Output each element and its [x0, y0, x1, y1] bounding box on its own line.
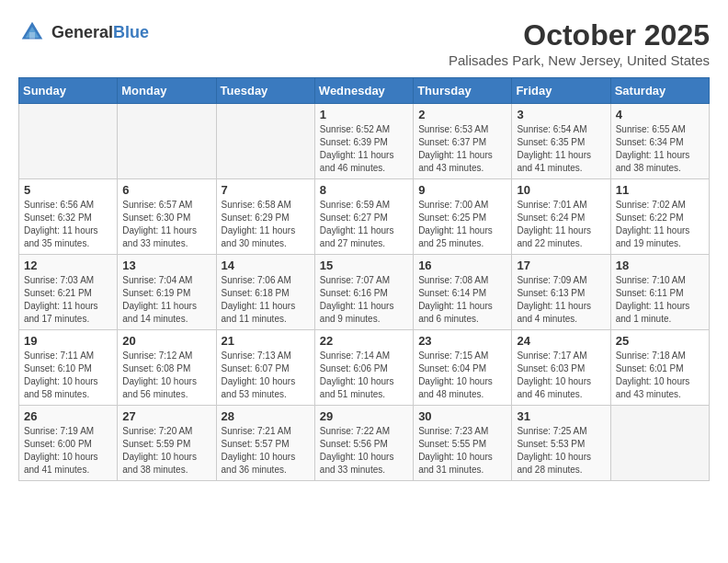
week-row-4: 26Sunrise: 7:19 AM Sunset: 6:00 PM Dayli… [19, 406, 710, 481]
day-number: 19 [24, 334, 112, 348]
week-row-0: 1Sunrise: 6:52 AM Sunset: 6:39 PM Daylig… [19, 104, 710, 179]
calendar-cell: 8Sunrise: 6:59 AM Sunset: 6:27 PM Daylig… [314, 179, 413, 255]
calendar-cell: 12Sunrise: 7:03 AM Sunset: 6:21 PM Dayli… [19, 255, 118, 330]
day-number: 11 [616, 183, 704, 197]
day-info: Sunrise: 7:02 AM Sunset: 6:22 PM Dayligh… [616, 199, 704, 250]
calendar-table: SundayMondayTuesdayWednesdayThursdayFrid… [18, 77, 710, 481]
calendar-cell [216, 104, 314, 179]
calendar-cell: 28Sunrise: 7:21 AM Sunset: 5:57 PM Dayli… [216, 406, 314, 481]
day-info: Sunrise: 6:53 AM Sunset: 6:37 PM Dayligh… [418, 123, 506, 175]
calendar-cell: 3Sunrise: 6:54 AM Sunset: 6:35 PM Daylig… [512, 104, 610, 179]
day-number: 30 [418, 409, 506, 423]
calendar-cell: 22Sunrise: 7:14 AM Sunset: 6:06 PM Dayli… [314, 330, 413, 406]
day-info: Sunrise: 7:20 AM Sunset: 5:59 PM Dayligh… [122, 425, 210, 477]
day-info: Sunrise: 7:12 AM Sunset: 6:08 PM Dayligh… [122, 350, 210, 401]
title-section: October 2025 Palisades Park, New Jersey,… [449, 18, 710, 68]
calendar-cell [19, 104, 118, 179]
day-number: 31 [517, 409, 605, 423]
weekday-header-thursday: Thursday [414, 78, 512, 104]
day-info: Sunrise: 7:14 AM Sunset: 6:06 PM Dayligh… [320, 350, 408, 401]
day-info: Sunrise: 6:54 AM Sunset: 6:35 PM Dayligh… [517, 123, 605, 175]
calendar-cell: 4Sunrise: 6:55 AM Sunset: 6:34 PM Daylig… [610, 104, 709, 179]
calendar-cell: 5Sunrise: 6:56 AM Sunset: 6:32 PM Daylig… [19, 179, 118, 255]
calendar-cell: 30Sunrise: 7:23 AM Sunset: 5:55 PM Dayli… [414, 406, 512, 481]
calendar-cell [118, 104, 216, 179]
weekday-header-wednesday: Wednesday [314, 78, 413, 104]
day-number: 21 [222, 334, 310, 348]
calendar-cell: 14Sunrise: 7:06 AM Sunset: 6:18 PM Dayli… [216, 255, 314, 330]
day-info: Sunrise: 7:07 AM Sunset: 6:16 PM Dayligh… [320, 274, 408, 326]
day-info: Sunrise: 7:03 AM Sunset: 6:21 PM Dayligh… [24, 274, 112, 326]
calendar-cell: 1Sunrise: 6:52 AM Sunset: 6:39 PM Daylig… [314, 104, 413, 179]
day-number: 28 [222, 409, 310, 423]
day-info: Sunrise: 7:19 AM Sunset: 6:00 PM Dayligh… [24, 425, 112, 477]
calendar-cell: 24Sunrise: 7:17 AM Sunset: 6:03 PM Dayli… [512, 330, 610, 406]
calendar-cell: 27Sunrise: 7:20 AM Sunset: 5:59 PM Dayli… [118, 406, 216, 481]
day-number: 15 [320, 259, 408, 272]
weekday-header-friday: Friday [512, 78, 610, 104]
day-number: 10 [517, 183, 605, 197]
day-info: Sunrise: 7:21 AM Sunset: 5:57 PM Dayligh… [222, 425, 310, 477]
calendar-cell: 7Sunrise: 6:58 AM Sunset: 6:29 PM Daylig… [216, 179, 314, 255]
calendar-cell: 21Sunrise: 7:13 AM Sunset: 6:07 PM Dayli… [216, 330, 314, 406]
weekday-header-saturday: Saturday [610, 78, 709, 104]
day-info: Sunrise: 7:15 AM Sunset: 6:04 PM Dayligh… [418, 350, 506, 401]
week-row-3: 19Sunrise: 7:11 AM Sunset: 6:10 PM Dayli… [19, 330, 710, 406]
day-info: Sunrise: 7:18 AM Sunset: 6:01 PM Dayligh… [616, 350, 704, 401]
week-row-1: 5Sunrise: 6:56 AM Sunset: 6:32 PM Daylig… [19, 179, 710, 255]
weekday-header-tuesday: Tuesday [216, 78, 314, 104]
day-info: Sunrise: 7:23 AM Sunset: 5:55 PM Dayligh… [418, 425, 506, 477]
day-info: Sunrise: 6:52 AM Sunset: 6:39 PM Dayligh… [320, 123, 408, 175]
calendar-cell: 11Sunrise: 7:02 AM Sunset: 6:22 PM Dayli… [610, 179, 709, 255]
month-title: October 2025 [449, 18, 710, 52]
day-number: 7 [222, 183, 310, 197]
logo-text-blue: Blue [113, 23, 149, 41]
calendar-cell: 25Sunrise: 7:18 AM Sunset: 6:01 PM Dayli… [610, 330, 709, 406]
day-info: Sunrise: 7:08 AM Sunset: 6:14 PM Dayligh… [418, 274, 506, 326]
weekday-header-sunday: Sunday [19, 78, 118, 104]
day-info: Sunrise: 7:25 AM Sunset: 5:53 PM Dayligh… [517, 425, 605, 477]
day-number: 4 [616, 108, 704, 121]
calendar-cell: 15Sunrise: 7:07 AM Sunset: 6:16 PM Dayli… [314, 255, 413, 330]
calendar-cell: 6Sunrise: 6:57 AM Sunset: 6:30 PM Daylig… [118, 179, 216, 255]
day-info: Sunrise: 7:09 AM Sunset: 6:13 PM Dayligh… [517, 274, 605, 326]
day-info: Sunrise: 7:01 AM Sunset: 6:24 PM Dayligh… [517, 199, 605, 250]
location-title: Palisades Park, New Jersey, United State… [449, 52, 710, 68]
weekday-header-row: SundayMondayTuesdayWednesdayThursdayFrid… [19, 78, 710, 104]
day-number: 20 [122, 334, 210, 348]
day-info: Sunrise: 6:58 AM Sunset: 6:29 PM Dayligh… [222, 199, 310, 250]
day-number: 25 [616, 334, 704, 348]
calendar-cell: 13Sunrise: 7:04 AM Sunset: 6:19 PM Dayli… [118, 255, 216, 330]
day-info: Sunrise: 7:22 AM Sunset: 5:56 PM Dayligh… [320, 425, 408, 477]
calendar-cell: 31Sunrise: 7:25 AM Sunset: 5:53 PM Dayli… [512, 406, 610, 481]
day-number: 26 [24, 409, 112, 423]
week-row-2: 12Sunrise: 7:03 AM Sunset: 6:21 PM Dayli… [19, 255, 710, 330]
logo-text-general: General [51, 23, 113, 41]
day-number: 27 [122, 409, 210, 423]
day-number: 6 [122, 183, 210, 197]
calendar-cell: 19Sunrise: 7:11 AM Sunset: 6:10 PM Dayli… [19, 330, 118, 406]
day-number: 1 [320, 108, 408, 121]
day-info: Sunrise: 7:11 AM Sunset: 6:10 PM Dayligh… [24, 350, 112, 401]
calendar-cell: 18Sunrise: 7:10 AM Sunset: 6:11 PM Dayli… [610, 255, 709, 330]
logo: GeneralBlue [18, 18, 149, 46]
day-info: Sunrise: 7:17 AM Sunset: 6:03 PM Dayligh… [517, 350, 605, 401]
day-number: 22 [320, 334, 408, 348]
day-info: Sunrise: 7:00 AM Sunset: 6:25 PM Dayligh… [418, 199, 506, 250]
calendar-cell [610, 406, 709, 481]
calendar-cell: 29Sunrise: 7:22 AM Sunset: 5:56 PM Dayli… [314, 406, 413, 481]
calendar-cell: 16Sunrise: 7:08 AM Sunset: 6:14 PM Dayli… [414, 255, 512, 330]
day-number: 9 [418, 183, 506, 197]
day-number: 14 [222, 259, 310, 272]
day-number: 17 [517, 259, 605, 272]
day-number: 2 [418, 108, 506, 121]
day-number: 18 [616, 259, 704, 272]
calendar-cell: 10Sunrise: 7:01 AM Sunset: 6:24 PM Dayli… [512, 179, 610, 255]
day-info: Sunrise: 6:55 AM Sunset: 6:34 PM Dayligh… [616, 123, 704, 175]
day-number: 8 [320, 183, 408, 197]
calendar-cell: 17Sunrise: 7:09 AM Sunset: 6:13 PM Dayli… [512, 255, 610, 330]
svg-rect-2 [29, 32, 35, 40]
calendar-cell: 9Sunrise: 7:00 AM Sunset: 6:25 PM Daylig… [414, 179, 512, 255]
day-number: 5 [24, 183, 112, 197]
day-info: Sunrise: 7:06 AM Sunset: 6:18 PM Dayligh… [222, 274, 310, 326]
